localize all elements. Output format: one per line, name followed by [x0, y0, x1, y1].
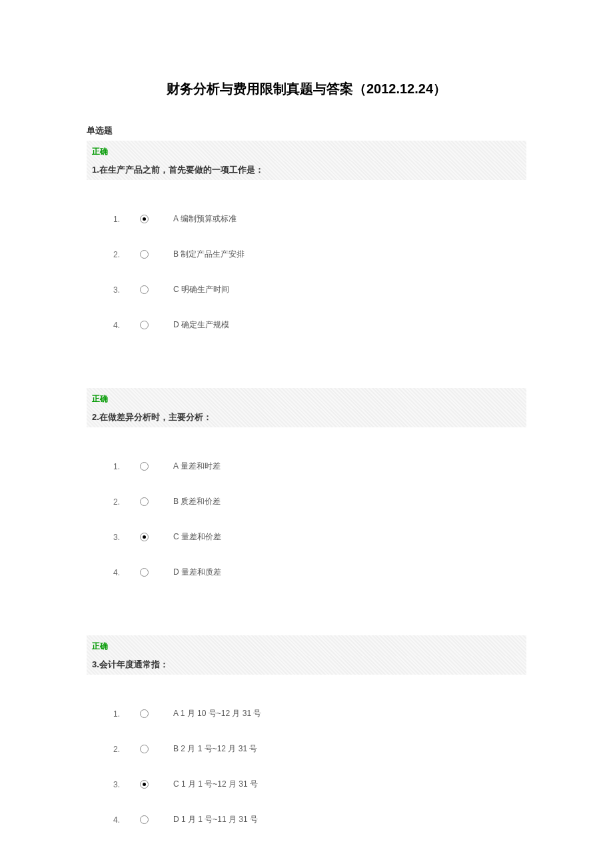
radio-wrap: [140, 815, 173, 824]
radio-wrap: [140, 709, 173, 718]
option-row: 2.B 质差和价差: [113, 496, 526, 507]
status-bar: 正确: [87, 635, 526, 656]
status-label: 正确: [92, 394, 108, 403]
option-label: D 量差和质差: [173, 567, 221, 578]
radio-wrap: [140, 497, 173, 506]
option-number: 4.: [113, 815, 140, 825]
question-block: 正确2.在做差异分析时，主要分析：1.A 量差和时差2.B 质差和价差3.C 量…: [87, 388, 526, 615]
radio-button[interactable]: [140, 285, 149, 294]
radio-button[interactable]: [140, 533, 149, 541]
option-row: 1.A 1 月 10 号~12 月 31 号: [113, 708, 526, 719]
option-number: 4.: [113, 321, 140, 330]
radio-button[interactable]: [140, 780, 149, 789]
question-text: 3.会计年度通常指：: [87, 656, 526, 675]
radio-wrap: [140, 285, 173, 294]
radio-button[interactable]: [140, 497, 149, 506]
option-number: 3.: [113, 533, 140, 542]
radio-wrap: [140, 780, 173, 789]
status-bar: 正确: [87, 141, 526, 161]
exam-document: 财务分析与费用限制真题与答案（2012.12.24） 单选题 正确1.在生产产品…: [0, 0, 613, 868]
options-list: 1.A 编制预算或标准2.B 制定产品生产安排3.C 明确生产时间4.D 确定生…: [87, 180, 526, 368]
option-row: 1.A 编制预算或标准: [113, 213, 526, 225]
options-list: 1.A 量差和时差2.B 质差和价差3.C 量差和价差4.D 量差和质差: [87, 427, 526, 615]
option-label: A 编制预算或标准: [173, 213, 237, 225]
option-label: B 2 月 1 号~12 月 31 号: [173, 743, 257, 755]
radio-wrap: [140, 462, 173, 471]
radio-button[interactable]: [140, 215, 149, 223]
option-row: 2.B 2 月 1 号~12 月 31 号: [113, 743, 526, 755]
radio-wrap: [140, 568, 173, 577]
status-bar: 正确: [87, 388, 526, 409]
radio-button[interactable]: [140, 568, 149, 577]
option-number: 4.: [113, 568, 140, 577]
question-block: 正确1.在生产产品之前，首先要做的一项工作是：1.A 编制预算或标准2.B 制定…: [87, 141, 526, 368]
question-block: 正确3.会计年度通常指：1.A 1 月 10 号~12 月 31 号2.B 2 …: [87, 635, 526, 863]
section-heading: 单选题: [87, 125, 526, 137]
option-row: 4.D 量差和质差: [113, 567, 526, 578]
option-number: 2.: [113, 250, 140, 259]
option-number: 2.: [113, 745, 140, 754]
questions-container: 正确1.在生产产品之前，首先要做的一项工作是：1.A 编制预算或标准2.B 制定…: [87, 141, 526, 868]
option-row: 3.C 明确生产时间: [113, 284, 526, 295]
status-label: 正确: [92, 147, 108, 156]
option-number: 1.: [113, 462, 140, 471]
option-row: 3.C 量差和价差: [113, 531, 526, 543]
option-row: 3.C 1 月 1 号~12 月 31 号: [113, 779, 526, 790]
option-number: 2.: [113, 497, 140, 507]
option-label: C 1 月 1 号~12 月 31 号: [173, 779, 258, 790]
option-number: 1.: [113, 709, 140, 719]
option-number: 1.: [113, 215, 140, 224]
option-number: 3.: [113, 780, 140, 789]
option-label: C 明确生产时间: [173, 284, 229, 295]
option-label: D 确定生产规模: [173, 319, 229, 331]
radio-wrap: [140, 215, 173, 223]
option-label: D 1 月 1 号~11 月 31 号: [173, 814, 258, 825]
radio-button[interactable]: [140, 250, 149, 259]
option-label: A 1 月 10 号~12 月 31 号: [173, 708, 261, 719]
radio-button[interactable]: [140, 745, 149, 753]
document-title: 财务分析与费用限制真题与答案（2012.12.24）: [87, 80, 526, 98]
option-label: C 量差和价差: [173, 531, 221, 543]
question-text: 2.在做差异分析时，主要分析：: [87, 409, 526, 427]
question-text: 1.在生产产品之前，首先要做的一项工作是：: [87, 161, 526, 180]
options-list: 1.A 1 月 10 号~12 月 31 号2.B 2 月 1 号~12 月 3…: [87, 675, 526, 863]
radio-button[interactable]: [140, 462, 149, 471]
option-row: 2.B 制定产品生产安排: [113, 249, 526, 260]
status-label: 正确: [92, 641, 108, 651]
radio-button[interactable]: [140, 321, 149, 329]
radio-wrap: [140, 250, 173, 259]
option-label: B 质差和价差: [173, 496, 221, 507]
option-row: 4.D 1 月 1 号~11 月 31 号: [113, 814, 526, 825]
option-label: B 制定产品生产安排: [173, 249, 245, 260]
option-row: 4.D 确定生产规模: [113, 319, 526, 331]
radio-wrap: [140, 321, 173, 329]
option-row: 1.A 量差和时差: [113, 461, 526, 472]
option-number: 3.: [113, 285, 140, 295]
radio-button[interactable]: [140, 709, 149, 718]
radio-button[interactable]: [140, 815, 149, 824]
option-label: A 量差和时差: [173, 461, 221, 472]
radio-wrap: [140, 745, 173, 753]
radio-wrap: [140, 533, 173, 541]
